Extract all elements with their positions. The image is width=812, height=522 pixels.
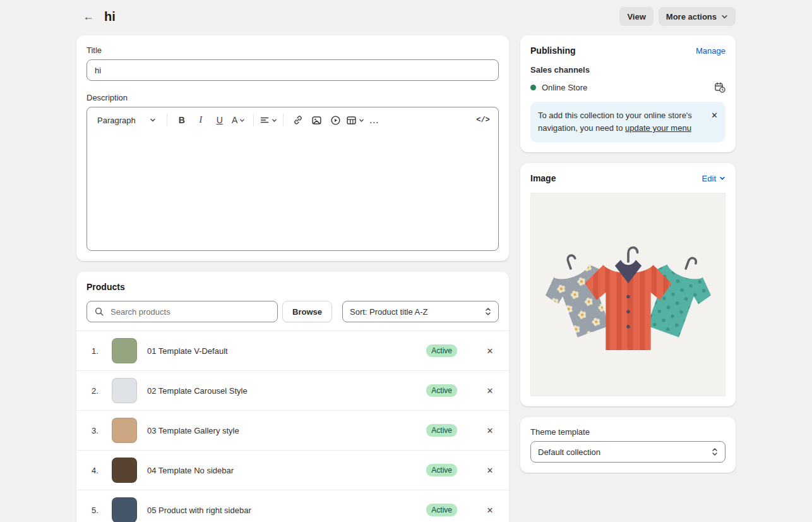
publishing-title: Publishing	[530, 46, 576, 56]
product-position: 5.	[92, 506, 103, 515]
close-icon: ✕	[711, 111, 718, 120]
description-label: Description	[87, 93, 499, 102]
status-badge: Active	[426, 504, 457, 516]
insert-image-button[interactable]	[308, 111, 326, 129]
product-position: 3.	[92, 426, 103, 435]
details-card: Title Description Paragraph B I	[76, 35, 509, 261]
paragraph-style-label: Paragraph	[97, 116, 136, 125]
page-title: hi	[104, 9, 116, 24]
product-thumbnail	[112, 497, 137, 522]
chevron-down-icon	[272, 118, 277, 123]
product-name-link[interactable]: 02 Template Carousel Style	[147, 386, 426, 396]
product-name-link[interactable]: 03 Template Gallery style	[147, 426, 426, 435]
remove-product-button[interactable]: ✕	[481, 342, 499, 360]
product-name-link[interactable]: 01 Template V-Default	[147, 346, 426, 356]
collection-image	[530, 193, 725, 396]
products-card: Products Browse Sort: Product titl	[76, 272, 509, 522]
products-controls: Browse Sort: Product title A-Z	[87, 301, 499, 322]
content-layout: Title Description Paragraph B I	[76, 35, 736, 522]
publishing-header: Publishing Manage	[530, 46, 725, 56]
channel-status-dot	[530, 85, 536, 90]
product-thumbnail	[112, 418, 137, 443]
more-actions-button[interactable]: More actions	[659, 7, 736, 26]
update-menu-link[interactable]: update your menu	[625, 123, 691, 133]
browse-button[interactable]: Browse	[282, 301, 332, 322]
chevron-down-icon	[239, 118, 245, 123]
product-name-link[interactable]: 04 Template No sidebar	[147, 466, 426, 475]
underline-button[interactable]: U	[211, 111, 229, 129]
close-icon: ✕	[487, 506, 494, 515]
italic-button[interactable]: I	[192, 111, 210, 129]
remove-product-button[interactable]: ✕	[481, 461, 499, 479]
product-row: 1. 01 Template V-Default Active ✕	[76, 331, 509, 370]
text-color-letter: A	[232, 115, 237, 125]
page-container: ← hi View More actions Title Description	[76, 0, 736, 522]
rich-text-editor: Paragraph B I U A	[87, 107, 499, 251]
status-badge: Active	[426, 424, 457, 437]
schedule-calendar-icon[interactable]	[714, 82, 725, 93]
theme-template-label: Theme template	[530, 427, 725, 437]
dismiss-banner-button[interactable]: ✕	[711, 109, 718, 121]
banner-text: To add this collection to your online st…	[538, 109, 706, 135]
sort-select[interactable]: Sort: Product title A-Z	[342, 301, 499, 322]
chevron-down-icon	[719, 175, 725, 181]
remove-product-button[interactable]: ✕	[481, 382, 499, 399]
status-badge: Active	[426, 464, 457, 476]
link-button[interactable]	[289, 111, 307, 129]
remove-product-button[interactable]: ✕	[481, 501, 499, 519]
alignment-button[interactable]	[260, 111, 277, 129]
products-title: Products	[87, 282, 499, 292]
insert-video-button[interactable]	[327, 111, 345, 129]
search-products-input[interactable]	[109, 307, 270, 317]
paragraph-style-dropdown[interactable]: Paragraph	[92, 113, 161, 128]
sort-select-value: Sort: Product title A-Z	[350, 307, 428, 317]
page-header: ← hi View More actions	[76, 0, 736, 35]
table-icon	[346, 115, 357, 126]
product-thumbnail	[112, 338, 137, 363]
close-icon: ✕	[487, 426, 494, 435]
title-label: Title	[87, 46, 499, 55]
channel-name: Online Store	[542, 83, 587, 92]
product-list: 1. 01 Template V-Default Active ✕ 2. 02 …	[76, 331, 509, 522]
remove-product-button[interactable]: ✕	[481, 422, 499, 439]
edit-image-link[interactable]: Edit	[702, 174, 725, 183]
product-row: 4. 04 Template No sidebar Active ✕	[76, 450, 509, 490]
description-editor-area[interactable]	[87, 133, 498, 250]
text-color-button[interactable]: A	[230, 111, 248, 129]
insert-table-button[interactable]	[346, 111, 364, 129]
image-icon	[311, 115, 322, 126]
product-search[interactable]	[87, 301, 278, 322]
publishing-card: Publishing Manage Sales channels Online …	[520, 35, 736, 152]
image-header: Image Edit	[530, 173, 725, 183]
back-button[interactable]: ←	[79, 7, 98, 26]
view-button[interactable]: View	[619, 7, 653, 26]
more-formatting-button[interactable]: …	[366, 111, 383, 129]
show-html-button[interactable]: </>	[474, 111, 492, 129]
chevron-down-icon	[150, 117, 156, 123]
select-stepper-icon	[712, 447, 718, 456]
theme-template-select[interactable]: Default collection	[530, 441, 725, 463]
title-input[interactable]	[87, 59, 499, 81]
theme-template-card: Theme template Default collection	[520, 417, 736, 473]
browse-button-label: Browse	[292, 307, 322, 317]
product-row: 2. 02 Template Carousel Style Active ✕	[76, 370, 509, 410]
product-position: 1.	[92, 346, 103, 356]
chevron-down-icon	[359, 118, 364, 123]
toolbar-divider	[283, 114, 284, 126]
image-title: Image	[530, 173, 556, 183]
edit-link-label: Edit	[702, 174, 716, 183]
toolbar-divider	[253, 114, 254, 126]
status-badge: Active	[426, 384, 457, 397]
side-column: Publishing Manage Sales channels Online …	[520, 35, 736, 483]
chevron-down-icon	[721, 13, 728, 20]
align-left-icon	[260, 115, 270, 125]
sales-channels-label: Sales channels	[530, 65, 725, 75]
product-name-link[interactable]: 05 Product with right sidebar	[147, 506, 426, 515]
manage-link[interactable]: Manage	[696, 46, 725, 56]
search-icon	[94, 307, 104, 317]
header-actions: View More actions	[619, 7, 736, 26]
main-column: Title Description Paragraph B I	[76, 35, 509, 522]
bold-button[interactable]: B	[173, 111, 191, 129]
close-icon: ✕	[487, 346, 494, 356]
close-icon: ✕	[487, 466, 494, 475]
